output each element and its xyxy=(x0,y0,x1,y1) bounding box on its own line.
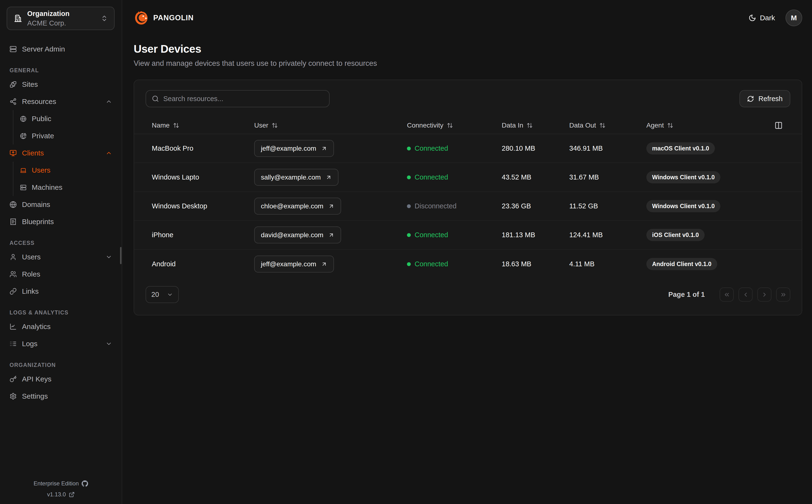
refresh-icon xyxy=(747,95,754,102)
agent-cell: Windows Client v0.1.0 xyxy=(646,200,775,212)
sidebar-item-logs[interactable]: Logs xyxy=(0,335,122,352)
theme-toggle[interactable]: Dark xyxy=(749,14,775,22)
user-link-button[interactable]: david@example.com xyxy=(254,226,341,243)
sidebar-item-analytics[interactable]: Analytics xyxy=(0,318,122,335)
sidebar-item-domains[interactable]: Domains xyxy=(0,196,122,213)
org-label: Organization xyxy=(27,9,69,18)
theme-label: Dark xyxy=(760,14,775,22)
sidebar-item-clients[interactable]: Clients xyxy=(0,144,122,162)
connectivity-status: Disconnected xyxy=(415,202,457,210)
sidebar: Organization ACME Corp. Server Admin GEN… xyxy=(0,0,122,504)
pagination-bar: 20 Page 1 of 1 xyxy=(134,286,802,303)
table-row: Windows Lapto sally@example.com Connecte… xyxy=(134,163,802,192)
sidebar-item-links[interactable]: Links xyxy=(0,283,122,300)
data-out-value: 4.11 MB xyxy=(569,260,646,268)
section-label-logs-analytics: LOGS & ANALYTICS xyxy=(0,309,122,316)
agent-badge: macOS Client v0.1.0 xyxy=(646,142,715,154)
chevron-down-icon xyxy=(167,292,173,298)
avatar[interactable]: M xyxy=(786,10,802,26)
user-link-button[interactable]: sally@example.com xyxy=(254,169,339,186)
connectivity-status: Connected xyxy=(415,231,448,239)
user-link-button[interactable]: jeff@example.com xyxy=(254,140,334,157)
refresh-button[interactable]: Refresh xyxy=(739,90,790,107)
next-page-button[interactable] xyxy=(757,288,771,302)
search-input[interactable] xyxy=(163,95,323,103)
sidebar-item-blueprints[interactable]: Blueprints xyxy=(0,213,122,230)
page-subtitle: View and manage devices that users use t… xyxy=(134,59,802,68)
chevron-right-icon xyxy=(761,291,768,298)
agent-badge: Windows Client v0.1.0 xyxy=(646,200,720,212)
sidebar-item-public[interactable]: Public xyxy=(20,110,122,127)
data-out-value: 346.91 MB xyxy=(569,144,646,152)
first-page-button[interactable] xyxy=(720,288,734,302)
globe-icon xyxy=(20,116,26,122)
org-selector[interactable]: Organization ACME Corp. xyxy=(7,7,114,30)
connectivity-cell: Connected xyxy=(407,144,502,152)
agent-cell: iOS Client v0.1.0 xyxy=(646,229,775,241)
user-link-button[interactable]: chloe@example.com xyxy=(254,198,341,215)
page-title: User Devices xyxy=(134,42,802,55)
sort-icon xyxy=(272,122,278,129)
sort-icon xyxy=(447,122,453,129)
table-toolbar: Refresh xyxy=(134,90,802,107)
laptop-icon xyxy=(20,167,26,174)
sidebar-item-machines[interactable]: Machines xyxy=(20,179,122,196)
arrow-up-right-icon xyxy=(321,261,327,267)
header-name[interactable]: Name xyxy=(152,122,254,129)
chevrons-right-icon xyxy=(780,291,787,298)
page-size-select[interactable]: 20 xyxy=(145,286,179,303)
sort-icon xyxy=(526,122,533,129)
table-row: Windows Desktop chloe@example.com Discon… xyxy=(134,192,802,221)
sidebar-item-users-devices[interactable]: Users xyxy=(20,162,122,179)
header-data-in[interactable]: Data In xyxy=(502,122,569,129)
user-icon xyxy=(10,253,17,261)
github-icon xyxy=(82,480,88,487)
connectivity-cell: Disconnected xyxy=(407,202,502,210)
chevron-up-icon xyxy=(105,98,112,105)
table-row: iPhone david@example.com Connected 181.1… xyxy=(134,221,802,250)
header-data-out[interactable]: Data Out xyxy=(569,122,646,129)
header-agent[interactable]: Agent xyxy=(646,122,775,129)
sites-icon xyxy=(10,81,17,88)
chevrons-up-down-icon xyxy=(101,15,108,22)
sort-icon xyxy=(173,122,179,129)
sidebar-item-roles[interactable]: Roles xyxy=(0,266,122,283)
status-dot xyxy=(407,147,411,150)
arrow-up-right-icon xyxy=(321,145,327,152)
data-in-value: 43.52 MB xyxy=(502,173,569,181)
chevron-down-icon xyxy=(105,340,112,347)
sidebar-item-sites[interactable]: Sites xyxy=(0,76,122,93)
status-dot xyxy=(407,262,411,266)
prev-page-button[interactable] xyxy=(739,288,753,302)
sidebar-item-users-access[interactable]: Users xyxy=(0,248,122,266)
sidebar-item-api-keys[interactable]: API Keys xyxy=(0,370,122,388)
agent-badge: Android Client v0.1.0 xyxy=(646,258,717,270)
sidebar-footer: Enterprise Edition v1.13.0 xyxy=(0,480,122,498)
link-icon xyxy=(10,288,17,295)
user-link-button[interactable]: jeff@example.com xyxy=(254,256,334,273)
sidebar-item-server-admin[interactable]: Server Admin xyxy=(0,41,122,58)
sidebar-item-settings[interactable]: Settings xyxy=(0,388,122,405)
sidebar-item-private[interactable]: Private xyxy=(20,127,122,144)
sidebar-item-resources[interactable]: Resources xyxy=(0,93,122,110)
sidebar-scrollbar[interactable] xyxy=(120,247,121,264)
server-icon xyxy=(20,184,26,191)
header-user[interactable]: User xyxy=(254,122,407,129)
chevron-down-icon xyxy=(105,254,112,260)
agent-badge: Windows Client v0.1.0 xyxy=(646,171,720,183)
page-info: Page 1 of 1 xyxy=(668,291,705,298)
topbar: PANGOLIN Dark M xyxy=(122,0,812,36)
data-out-value: 31.67 MB xyxy=(569,173,646,181)
edition-link[interactable]: Enterprise Edition xyxy=(34,480,88,487)
version-link[interactable]: v1.13.0 xyxy=(47,491,75,498)
main-area: PANGOLIN Dark M User Devices View and ma… xyxy=(122,0,812,504)
brand-logo[interactable]: PANGOLIN xyxy=(134,10,193,26)
last-page-button[interactable] xyxy=(776,288,790,302)
sidebar-nav: Server Admin GENERAL Sites Resources xyxy=(0,41,122,405)
columns-toggle-button[interactable] xyxy=(775,121,784,129)
globe-icon xyxy=(10,201,17,208)
header-connectivity[interactable]: Connectivity xyxy=(407,122,502,129)
org-value: ACME Corp. xyxy=(27,19,69,27)
status-dot xyxy=(407,175,411,179)
receipt-text-icon xyxy=(10,218,17,225)
